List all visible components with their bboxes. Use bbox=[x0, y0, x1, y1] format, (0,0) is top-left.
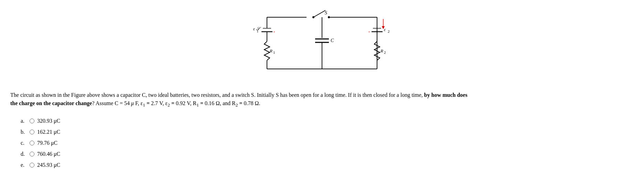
svg-line-3 bbox=[313, 10, 325, 17]
svg-text:1: 1 bbox=[257, 29, 259, 33]
svg-text:2: 2 bbox=[384, 50, 386, 54]
svg-text:ε: ε bbox=[253, 26, 255, 31]
choice-c-label: c. bbox=[21, 138, 27, 149]
choice-e: e. 245.93 μC bbox=[21, 160, 634, 171]
choice-b-label: b. bbox=[21, 126, 27, 138]
question-text: The circuit as shown in the Figure above… bbox=[10, 91, 634, 109]
question-body: The circuit as shown in the Figure above… bbox=[10, 92, 468, 106]
svg-text:ε: ε bbox=[384, 27, 386, 32]
choice-e-radio[interactable] bbox=[30, 163, 34, 167]
choice-d-label: d. bbox=[21, 149, 27, 160]
choice-c-radio[interactable] bbox=[30, 141, 34, 145]
choice-a-label: a. bbox=[21, 115, 27, 126]
svg-text:+: + bbox=[273, 30, 275, 34]
choice-d-radio[interactable] bbox=[30, 152, 34, 156]
svg-text:2: 2 bbox=[388, 29, 390, 33]
svg-text:R: R bbox=[269, 48, 272, 53]
choice-c-value: 79.76 μC bbox=[37, 138, 57, 149]
choice-b-radio[interactable] bbox=[30, 130, 34, 134]
svg-text:1: 1 bbox=[273, 50, 275, 54]
svg-text:S: S bbox=[325, 10, 327, 16]
choice-d-value: 760.46 μC bbox=[37, 149, 60, 160]
page-container: S + 𝒮 ε 1 bbox=[10, 7, 634, 171]
answer-choices-list: a. 320.93 μC b. 162.21 μC c. 79.76 μC d.… bbox=[10, 115, 634, 171]
choice-a-radio[interactable] bbox=[30, 119, 34, 123]
choice-a-value: 320.93 μC bbox=[37, 115, 60, 126]
svg-text:R: R bbox=[380, 48, 383, 53]
svg-text:+: + bbox=[368, 30, 370, 34]
choice-e-value: 245.93 μC bbox=[37, 160, 60, 171]
choice-e-label: e. bbox=[21, 160, 27, 171]
svg-text:C: C bbox=[331, 38, 334, 43]
choice-b: b. 162.21 μC bbox=[21, 126, 634, 138]
choice-d: d. 760.46 μC bbox=[21, 149, 634, 160]
circuit-diagram-container: S + 𝒮 ε 1 bbox=[10, 7, 634, 83]
choice-b-value: 162.21 μC bbox=[37, 126, 60, 138]
choice-a: a. 320.93 μC bbox=[21, 115, 634, 126]
circuit-svg: S + 𝒮 ε 1 bbox=[246, 7, 398, 83]
choice-c: c. 79.76 μC bbox=[21, 138, 634, 149]
